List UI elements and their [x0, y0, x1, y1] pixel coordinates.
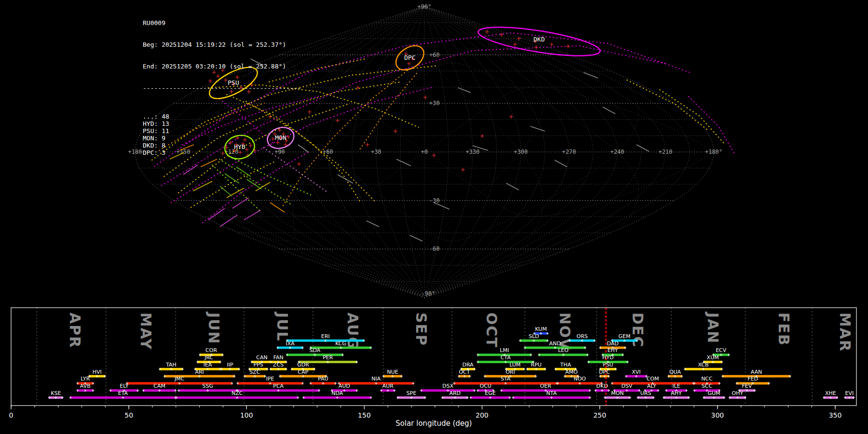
ra-axis-label: +240	[610, 149, 624, 155]
shower-label: SPE	[407, 390, 417, 396]
month-label: AUG	[344, 312, 361, 350]
end-time: End: 20251205 03:20:10 (sol = 252.88°)	[143, 63, 301, 70]
shower-label: STA	[501, 376, 511, 382]
shower-label: SSG	[202, 383, 213, 389]
shower-label: IIP	[227, 362, 233, 368]
shower-label: DSX	[442, 383, 453, 389]
shower-label: DSV	[621, 383, 632, 389]
x-tick-label: 300	[711, 411, 724, 419]
shower-label: PCA	[273, 383, 284, 389]
shower-label: SCC	[702, 383, 713, 389]
shower-label: RPU	[531, 362, 542, 368]
month-label: APR	[67, 312, 83, 348]
shower-label: MON	[611, 390, 624, 396]
shower-label: XUM	[707, 354, 719, 361]
shower-label: CTA	[501, 354, 511, 361]
month-label: JAN	[705, 312, 721, 344]
detection-marker	[423, 95, 427, 99]
detection-marker	[480, 134, 484, 138]
shower-activity: QUA	[667, 369, 683, 378]
shower-label: ARI	[195, 369, 203, 375]
shower-label: KCG	[335, 340, 346, 347]
x-tick-label: 200	[475, 411, 488, 419]
detection-marker	[461, 168, 465, 172]
shower-label: OHY	[732, 390, 744, 396]
shower-label: GUM	[708, 390, 720, 396]
shower-label: LUM	[509, 362, 520, 368]
x-tick-label: 100	[240, 411, 253, 419]
shower-activity: AUR	[380, 383, 395, 392]
radiant-drift-track	[212, 165, 260, 211]
shower-label: FED	[747, 376, 758, 382]
x-tick-label: 50	[124, 411, 133, 419]
shower-label: NZC	[231, 390, 243, 396]
shower-label: AND	[549, 340, 561, 347]
ra-axis-label: +180°	[705, 149, 722, 155]
shower-label: NIA	[371, 376, 380, 382]
shower-label: XVI	[632, 369, 640, 375]
begin-time: Beg: 20251204 15:19:22 (sol = 252.37°)	[143, 41, 301, 48]
radiant-label: DPC	[404, 54, 415, 61]
meteor-segment	[603, 107, 615, 114]
shower-label: AMO	[565, 369, 578, 375]
shower-label: ELY	[120, 383, 129, 389]
meteor-segment	[220, 215, 237, 227]
meteor-segment	[434, 203, 449, 209]
shower-label: ETA	[118, 390, 128, 396]
shower-label: ILE	[672, 383, 680, 389]
ra-axis-label: +180	[128, 149, 142, 155]
shower-label: PER	[323, 354, 333, 361]
shower-label: SLD	[529, 333, 539, 339]
x-tick-label: 350	[829, 411, 842, 419]
shower-label: ECV	[716, 347, 727, 353]
shower-label: PAU	[318, 376, 328, 382]
shower-label: GEM	[619, 333, 631, 339]
shower-label: IPE	[266, 376, 274, 382]
shower-label: HVI	[93, 369, 102, 375]
shower-label: KUM	[535, 326, 546, 332]
meteor-segment	[366, 221, 379, 227]
dec-axis-label: +30	[429, 100, 440, 107]
shower-label: LEO	[558, 347, 569, 353]
shower-label: GDR	[297, 362, 309, 368]
shower-activity: TAH	[159, 362, 184, 370]
shower-label: ORI	[505, 369, 515, 375]
meteor-segment	[458, 88, 471, 93]
shower-label: EGE	[485, 390, 495, 396]
month-label: JUN	[205, 312, 222, 345]
shower-label: OER	[540, 383, 552, 389]
shower-label: THA	[560, 362, 571, 368]
shower-label: ARD	[449, 390, 461, 396]
shower-label: OCT	[459, 369, 470, 375]
shower-label: JRC	[204, 354, 213, 361]
shower-activity: OCT	[458, 369, 471, 378]
shower-label: CAM	[153, 383, 165, 389]
shower-label: PPS	[254, 362, 263, 368]
shower-label: LMI	[500, 347, 509, 353]
month-label: JUL	[274, 312, 291, 342]
x-tick-label: 250	[593, 411, 606, 419]
meteor-segment	[270, 203, 285, 212]
detection-marker	[513, 42, 517, 46]
shower-label: AUD	[339, 383, 350, 389]
timeline-chart: APRMAYJUNJULAUGSEPOCTNOVDECJANFEBMAR0501…	[9, 308, 856, 428]
meteor-segment	[193, 181, 212, 191]
shower-activity: HVI	[88, 369, 106, 378]
shower-activity: NUE	[382, 369, 403, 378]
shower-label: ERI	[321, 333, 330, 339]
shower-count-line: HYD: 13	[143, 120, 301, 127]
meteor-segment	[506, 183, 519, 190]
radiant-activity-plot: +180+150+120+90+60+30+0+330+300+270+240+…	[0, 0, 868, 434]
shower-label: KSE	[51, 390, 61, 396]
detection-marker	[485, 30, 489, 34]
shower-activity: EVI	[844, 390, 855, 399]
meteor-segment	[338, 175, 353, 183]
month-label: SEP	[413, 312, 430, 346]
shower-label: DAD	[607, 340, 618, 347]
meteor-segment	[396, 159, 411, 166]
x-tick-label: 0	[9, 411, 14, 419]
south-pole-label: -90°	[421, 290, 435, 297]
shower-activity: DKD	[594, 383, 610, 392]
shower-label: XCB	[698, 362, 709, 368]
shower-label: QUA	[669, 369, 681, 375]
